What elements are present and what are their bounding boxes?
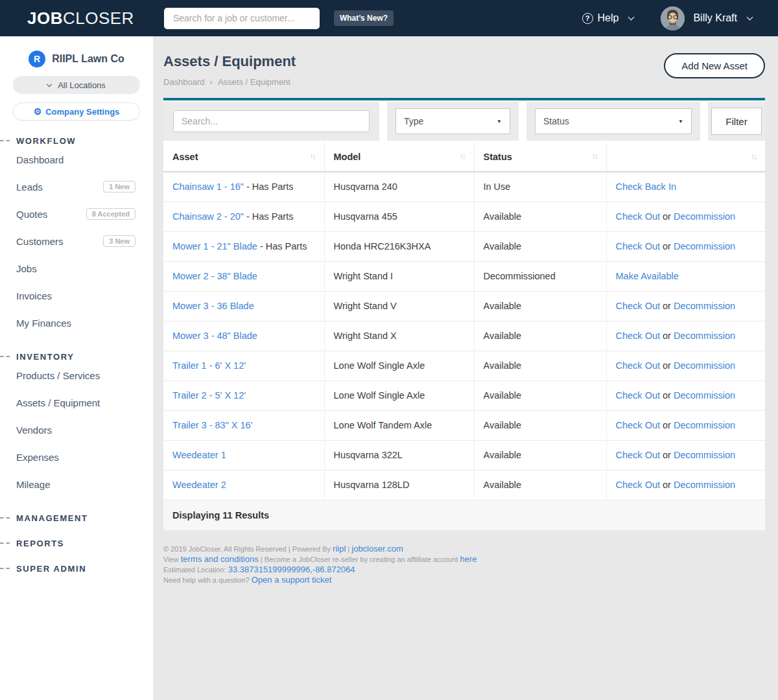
sidebar-section-workflow[interactable]: WORKFLOW xyxy=(0,135,153,146)
status-cell: Available xyxy=(474,380,606,410)
asset-link[interactable]: Mower 3 - 48" Blade xyxy=(172,331,257,341)
user-name[interactable]: Billy Kraft xyxy=(693,12,737,24)
company-settings-button[interactable]: ⚙ Company Settings xyxy=(13,102,140,121)
sidebar-section-inventory[interactable]: INVENTORY xyxy=(0,351,153,362)
sidebar-item-label: Products / Services xyxy=(16,370,100,381)
action-separator: or xyxy=(660,241,674,251)
sidebar-item-mileage[interactable]: Mileage xyxy=(0,471,153,498)
sort-icon[interactable]: ↑↓ xyxy=(751,152,756,161)
action-link-check-out[interactable]: Check Out xyxy=(616,241,661,251)
action-link-check-out[interactable]: Check Out xyxy=(616,480,661,490)
sidebar-item-jobs[interactable]: Jobs xyxy=(0,255,153,282)
sidebar-item-assets-equipment[interactable]: Assets / Equipment xyxy=(0,389,153,416)
add-new-asset-button[interactable]: Add New Asset xyxy=(664,53,765,78)
sidebar-section-management[interactable]: MANAGEMENT xyxy=(0,513,153,523)
chevron-down-icon xyxy=(47,81,52,86)
model-cell: Honda HRC216K3HXA xyxy=(324,231,474,261)
action-link-decommission[interactable]: Decommission xyxy=(674,480,735,490)
sidebar-item-my-finances[interactable]: My Finances xyxy=(0,309,153,336)
sort-icon[interactable]: ↑↓ xyxy=(310,152,315,161)
column-header-model[interactable]: Model↑↓ xyxy=(324,142,474,172)
asset-link[interactable]: Mower 3 - 36 Blade xyxy=(172,301,254,311)
action-link-decommission[interactable]: Decommission xyxy=(674,301,735,311)
asset-link[interactable]: Weedeater 1 xyxy=(172,450,226,460)
action-link-decommission[interactable]: Decommission xyxy=(674,390,735,401)
filter-button[interactable]: Filter xyxy=(711,108,762,135)
action-link-decommission[interactable]: Decommission xyxy=(674,420,735,430)
whats-new-button[interactable]: What’s New? xyxy=(334,10,394,26)
sidebar-section-super-admin[interactable]: SUPER ADMIN xyxy=(0,563,153,574)
asset-link[interactable]: Trailer 1 - 6' X 12' xyxy=(172,360,246,371)
status-cell: Available xyxy=(474,440,606,470)
action-link-check-back-in[interactable]: Check Back In xyxy=(616,181,677,192)
action-link-check-out[interactable]: Check Out xyxy=(616,450,661,460)
sidebar-item-invoices[interactable]: Invoices xyxy=(0,282,153,309)
asset-cell: Chainsaw 2 - 20" - Has Parts xyxy=(163,202,324,231)
asset-link[interactable]: Trailer 2 - 5' X 12' xyxy=(172,390,246,401)
action-link-check-out[interactable]: Check Out xyxy=(616,301,661,311)
table-search-input[interactable] xyxy=(173,110,370,132)
assets-table: Asset↑↓ Model↑↓ Status↑↓ ↑↓ Chainsaw 1 -… xyxy=(163,142,765,500)
asset-cell: Mower 1 - 21" Blade - Has Parts xyxy=(163,231,324,261)
action-link-check-out[interactable]: Check Out xyxy=(616,331,661,341)
sidebar-item-dashboard[interactable]: Dashboard xyxy=(0,146,153,173)
status-select[interactable]: Status ▼ xyxy=(535,108,692,134)
sidebar-item-products-services[interactable]: Products / Services xyxy=(0,362,153,389)
sidebar-item-label: Leads xyxy=(16,181,43,192)
breadcrumb-current: Assets / Equipment xyxy=(218,77,290,87)
help-menu[interactable]: ? Help xyxy=(582,12,634,24)
sidebar: R RIIPL Lawn Co All Locations ⚙ Company … xyxy=(0,36,153,700)
actions-cell: Check Out or Decommission xyxy=(606,470,765,500)
sidebar-item-expenses[interactable]: Expenses xyxy=(0,443,153,471)
action-link-decommission[interactable]: Decommission xyxy=(674,211,735,222)
action-link-decommission[interactable]: Decommission xyxy=(674,360,735,371)
main-content: Assets / Equipment Dashboard›Assets / Eq… xyxy=(153,36,778,700)
action-link-check-out[interactable]: Check Out xyxy=(616,390,661,401)
sidebar-sections: WORKFLOWDashboardLeads1 NewQuotes8 Accep… xyxy=(0,135,153,574)
user-avatar[interactable] xyxy=(661,6,685,30)
type-select[interactable]: Type ▼ xyxy=(395,108,510,134)
sidebar-item-customers[interactable]: Customers3 New xyxy=(0,228,153,255)
logo-bold: JOB xyxy=(27,8,63,28)
action-link-decommission[interactable]: Decommission xyxy=(674,331,735,341)
support-ticket-link[interactable]: Open a support ticket xyxy=(252,575,332,585)
footer-location: Estimated Location: 33.387315199999996,-… xyxy=(163,565,765,575)
asset-cell: Trailer 3 - 83" X 16' xyxy=(163,410,324,440)
action-link-check-out[interactable]: Check Out xyxy=(616,420,661,430)
sort-icon[interactable]: ↑↓ xyxy=(592,152,597,161)
column-header-asset[interactable]: Asset↑↓ xyxy=(163,142,324,172)
action-link-decommission[interactable]: Decommission xyxy=(674,241,735,251)
action-link-decommission[interactable]: Decommission xyxy=(674,450,735,460)
actions-cell: Check Out or Decommission xyxy=(606,321,765,351)
asset-link[interactable]: Weedeater 2 xyxy=(172,480,226,490)
column-header-status[interactable]: Status↑↓ xyxy=(474,142,606,172)
breadcrumb-dashboard[interactable]: Dashboard xyxy=(163,77,205,87)
riipl-link[interactable]: riipl xyxy=(333,544,346,554)
global-search-input[interactable] xyxy=(164,8,320,29)
column-header-actions[interactable]: ↑↓ xyxy=(606,142,765,172)
asset-link[interactable]: Mower 1 - 21" Blade xyxy=(172,241,257,251)
locations-dropdown[interactable]: All Locations xyxy=(13,76,140,94)
action-link-check-out[interactable]: Check Out xyxy=(616,360,661,371)
section-dash-icon xyxy=(0,356,10,357)
sidebar-item-badge: 1 New xyxy=(103,181,136,192)
sort-icon[interactable]: ↑↓ xyxy=(460,152,465,161)
terms-link[interactable]: terms and conditions xyxy=(181,554,259,564)
sidebar-section-reports[interactable]: REPORTS xyxy=(0,538,153,548)
actions-cell: Check Out or Decommission xyxy=(606,351,765,380)
sidebar-item-quotes[interactable]: Quotes8 Accepted xyxy=(0,200,153,228)
table-row: Trailer 3 - 83" X 16'Lone Wolf Tandem Ax… xyxy=(163,410,765,440)
action-link-make-available[interactable]: Make Available xyxy=(616,271,679,281)
jobcloser-link[interactable]: jobcloser.com xyxy=(351,544,403,554)
asset-link[interactable]: Trailer 3 - 83" X 16' xyxy=(172,420,252,430)
action-link-check-out[interactable]: Check Out xyxy=(616,211,661,222)
affiliate-link[interactable]: here xyxy=(460,554,477,564)
location-link[interactable]: 33.387315199999996,-86.872064 xyxy=(228,565,355,574)
asset-link[interactable]: Chainsaw 2 - 20" xyxy=(172,211,244,222)
sidebar-item-vendors[interactable]: Vendors xyxy=(0,416,153,443)
company-name: RIIPL Lawn Co xyxy=(52,53,124,65)
asset-link[interactable]: Mower 2 - 38" Blade xyxy=(172,271,257,281)
sidebar-item-leads[interactable]: Leads1 New xyxy=(0,173,153,200)
asset-link[interactable]: Chainsaw 1 - 16" xyxy=(172,181,244,192)
sidebar-item-label: Vendors xyxy=(16,425,52,436)
